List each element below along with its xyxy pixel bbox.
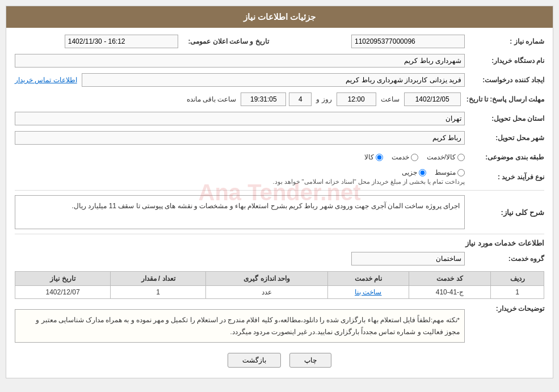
group-service-row: گروه خدمت: [15,251,544,267]
province-row: استان محل تحویل: [15,111,544,127]
creator-cell: اطلاعات تماس خریدار [15,73,465,87]
note-label: توضیحات خریدار: [465,305,544,313]
city-row: شهر محل تحویل: [15,130,544,146]
category-khedmat-item[interactable]: خدمت [392,153,418,161]
public-announce-label: تاریخ و ساعت اعلان عمومی: [178,37,269,45]
description-label: شرح کلی نیاز: [465,208,544,217]
creator-contact-link[interactable]: اطلاعات تماس خریدار [15,76,77,84]
process-motavaset-item[interactable]: متوسط [435,168,465,176]
category-kala-item[interactable]: کالا [364,153,383,161]
description-row: شرح کلی نیاز: اجرای پروژه ساخت المان آجر… [15,195,544,229]
buyer-org-input[interactable] [15,54,465,68]
need-number-input[interactable] [351,35,465,48]
city-input[interactable] [15,131,465,145]
divider-2 [15,234,544,234]
th-unit: واحد اندازه گیری [205,272,327,286]
group-service-cell [15,252,465,265]
category-kala-radio[interactable] [376,154,383,161]
province-cell [15,112,465,125]
province-label: استان محل تحویل: [465,115,544,123]
cell-date: 1402/12/07 [15,286,111,299]
need-number-cell [269,35,465,48]
content-area: شماره نیاز : تاریخ و ساعت اعلان عمومی: ن… [6,28,553,378]
buyer-org-row: نام دستگاه خریدار: [15,53,544,69]
process-motavaset-radio[interactable] [457,169,465,176]
creator-input[interactable] [82,73,465,87]
process-type-row: نوع فرآیند خرید : متوسط جزیی پرداخت تمام… [15,168,544,186]
group-service-label: گروه خدمت: [465,255,544,263]
services-table: ردیف کد خدمت نام خدمت واحد اندازه گیری ت… [15,271,544,299]
buyer-org-cell [15,54,465,68]
page-container: Ana Tender.net جزئیات اطلاعات نیاز شماره… [0,0,559,384]
category-cell: کالا/خدمت خدمت کالا [15,153,465,161]
print-button[interactable]: چاپ [289,353,331,368]
page-title: جزئیات اطلاعات نیاز [243,12,316,22]
creator-label: ایجاد کننده درخواست: [465,76,544,84]
note-box: *نکته مهم:لطفاً فایل استعلام بهاء بارگزا… [15,309,465,343]
cell-row: 1 [491,286,544,299]
deadline-remaining-input[interactable] [241,92,286,106]
category-kala-khedmat-radio[interactable] [457,154,465,161]
page-header: جزئیات اطلاعات نیاز [6,6,553,28]
public-announce-cell [15,35,178,48]
city-label: شهر محل تحویل: [465,134,544,142]
public-announce-input[interactable] [65,35,178,48]
group-service-input[interactable] [351,252,465,265]
deadline-days-label: روز و [316,95,331,103]
th-name: نام خدمت [328,272,409,286]
category-kala-khedmat-item[interactable]: کالا/خدمت [427,153,465,161]
payment-note: پرداخت تمام یا بخشی از مبلغ خریداز محل "… [15,178,465,186]
cell-unit: عدد [205,286,327,299]
main-card: Ana Tender.net جزئیات اطلاعات نیاز شماره… [6,6,553,378]
category-label: طبقه بندی موضوعی: [465,153,544,161]
back-button[interactable]: بازگشت [228,353,281,368]
category-khedmat-radio[interactable] [411,154,418,161]
note-cell: *نکته مهم:لطفاً فایل استعلام بهاء بارگزا… [15,305,465,343]
need-number-row: شماره نیاز : تاریخ و ساعت اعلان عمومی: [15,33,544,49]
category-kala-khedmat-label: کالا/خدمت [427,153,456,161]
deadline-remaining-label: ساعت باقی مانده [187,95,237,103]
services-title: اطلاعات خدمات مورد نیاز [15,239,544,247]
process-jozi-radio[interactable] [419,169,426,176]
category-khedmat-label: خدمت [392,153,409,161]
cell-name[interactable]: ساخت بنا [328,286,409,299]
description-box: اجرای پروژه ساخت المان آجری جهت ورودی شه… [15,195,465,229]
buyer-org-label: نام دستگاه خریدار: [465,57,544,65]
deadline-time-label: ساعت [381,95,400,103]
cell-quantity: 1 [111,286,206,299]
cell-code: ج-41-410 [409,286,491,299]
description-cell: اجرای پروژه ساخت المان آجری جهت ورودی شه… [15,195,465,229]
deadline-cell: ساعت روز و ساعت باقی مانده [15,92,461,106]
deadline-days-input[interactable] [289,92,312,106]
deadline-row: مهلت ارسال پاسخ: تا تاریخ: ساعت روز و سا… [15,91,544,107]
process-type-cell: متوسط جزیی پرداخت تمام یا بخشی از مبلغ خ… [15,168,465,186]
th-code: کد خدمت [409,272,491,286]
th-quantity: تعداد / مقدار [111,272,206,286]
services-table-section: ردیف کد خدمت نام خدمت واحد اندازه گیری ت… [15,271,544,299]
buyer-note-row: توضیحات خریدار: *نکته مهم:لطفاً فایل است… [15,305,544,343]
creator-row: ایجاد کننده درخواست: اطلاعات تماس خریدار [15,72,544,88]
th-date: تاریخ نیاز [15,272,111,286]
category-row: طبقه بندی موضوعی: کالا/خدمت خدمت کالا [15,149,544,165]
need-number-label: شماره نیاز : [465,37,544,45]
divider-1 [15,190,544,191]
process-type-label: نوع فرآیند خرید : [465,173,544,181]
process-motavaset-label: متوسط [435,168,456,176]
table-row: 1 ج-41-410 ساخت بنا عدد 1 1402/12/07 [15,286,544,299]
deadline-time-input[interactable] [337,92,376,106]
th-row: ردیف [491,272,544,286]
process-jozi-item[interactable]: جزیی [402,168,426,176]
deadline-label: مهلت ارسال پاسخ: تا تاریخ: [461,95,544,103]
process-jozi-label: جزیی [402,168,417,176]
button-row: چاپ بازگشت [15,346,544,372]
province-input[interactable] [15,112,465,125]
city-cell [15,131,465,145]
category-kala-label: کالا [364,153,374,161]
deadline-date-input[interactable] [404,92,461,106]
